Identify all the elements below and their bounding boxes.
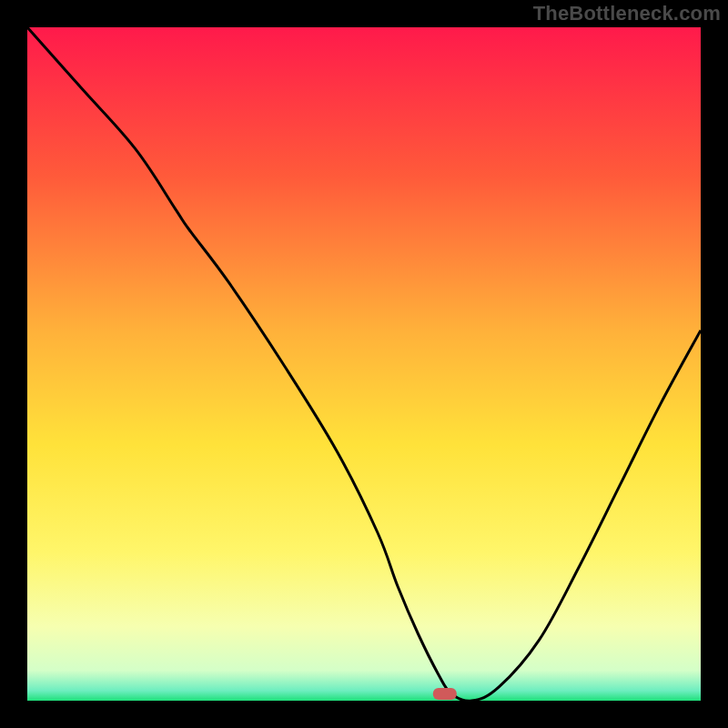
optimal-marker xyxy=(433,688,457,700)
watermark-text: TheBottleneck.com xyxy=(533,2,721,25)
plot-background xyxy=(27,27,701,701)
chart-frame: TheBottleneck.com xyxy=(0,0,728,728)
bottleneck-chart xyxy=(27,27,701,701)
